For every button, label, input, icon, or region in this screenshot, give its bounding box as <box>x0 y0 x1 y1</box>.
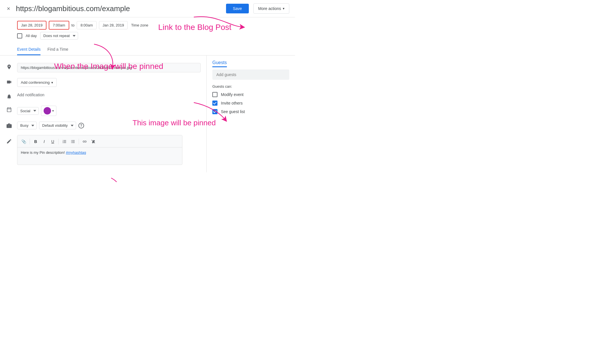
add-notification-text[interactable]: Add notification <box>17 93 44 97</box>
options-row: All day Does not repeat <box>0 31 295 44</box>
invite-others-label: Invite others <box>221 101 243 105</box>
app-container: × Save More actions ▾ Jan 28, 2019 7:00a… <box>0 0 295 172</box>
guests-title: Guests <box>212 60 227 67</box>
tab-event-details[interactable]: Event Details <box>17 44 40 55</box>
link-button[interactable] <box>81 138 89 146</box>
unordered-list-button[interactable] <box>69 138 77 146</box>
underline-button[interactable]: U <box>49 138 57 146</box>
editor-area: 📎 B I U <box>17 135 182 165</box>
description-icon <box>6 138 13 145</box>
see-guest-list-checkbox[interactable] <box>212 109 217 114</box>
location-input[interactable] <box>17 63 201 72</box>
main-area: Add conferencing ▾ Add notification <box>0 56 295 172</box>
header: × Save More actions ▾ <box>0 0 295 17</box>
tabs-container: Event Details Find a Time <box>0 44 295 56</box>
see-guest-list-label: See guest list <box>221 109 245 114</box>
status-options-row: Busy Default visibility ? <box>17 122 201 129</box>
italic-button[interactable]: I <box>40 138 48 146</box>
editor-toolbar: 📎 B I U <box>17 135 182 148</box>
end-time-button[interactable]: 8:00am <box>77 21 96 29</box>
location-row <box>0 60 206 75</box>
description-text: Here is my Pin description! <box>21 150 66 155</box>
calendar-select[interactable]: Social <box>17 107 39 115</box>
allday-label: All day <box>26 34 37 38</box>
help-icon[interactable]: ? <box>78 123 84 128</box>
conferencing-chevron-icon: ▾ <box>51 81 53 85</box>
chevron-down-icon: ▾ <box>283 7 284 11</box>
ordered-list-button[interactable] <box>60 138 68 146</box>
notification-content: Add notification <box>17 93 201 97</box>
timezone-button[interactable]: Time zone <box>130 21 149 29</box>
close-button[interactable]: × <box>6 5 11 13</box>
event-title-input[interactable] <box>16 4 221 13</box>
guest-option-see-list: See guest list <box>212 109 289 114</box>
calendar-row: Social ▾ <box>0 103 206 119</box>
modify-event-label: Modify event <box>221 92 243 97</box>
description-content: 📎 B I U <box>17 135 182 165</box>
briefcase-icon <box>6 122 13 129</box>
modify-event-checkbox[interactable] <box>212 92 217 97</box>
guest-option-invite: Invite others <box>212 101 289 106</box>
clear-format-button[interactable] <box>89 138 97 146</box>
allday-checkbox[interactable] <box>17 33 22 38</box>
event-details-panel: Add conferencing ▾ Add notification <box>0 56 207 172</box>
description-row: 📎 B I U <box>0 132 206 168</box>
toolbar-separator-3 <box>79 139 79 144</box>
repeat-select[interactable]: Does not repeat <box>40 32 78 40</box>
conferencing-content: Add conferencing ▾ <box>17 78 201 87</box>
more-actions-button[interactable]: More actions ▾ <box>253 3 289 14</box>
toolbar-separator-1 <box>30 139 30 144</box>
calendar-options-row: Social ▾ <box>17 106 201 116</box>
datetime-row: Jan 28, 2019 7:00am to 8:00am Jan 28, 20… <box>0 17 295 31</box>
end-date-button[interactable]: Jan 28, 2019 <box>99 21 128 29</box>
save-button[interactable]: Save <box>226 4 249 13</box>
hashtag-text: #myhashtag <box>66 150 86 155</box>
more-actions-label: More actions <box>258 6 281 11</box>
color-chevron-icon: ▾ <box>52 109 54 113</box>
toolbar-separator-2 <box>58 139 59 144</box>
calendar-content: Social ▾ <box>17 106 201 116</box>
time-separator: to <box>72 23 75 27</box>
color-circle <box>44 107 51 114</box>
visibility-select[interactable]: Default visibility <box>39 122 76 129</box>
guest-option-modify: Modify event <box>212 92 289 97</box>
color-selector-button[interactable]: ▾ <box>41 106 56 116</box>
add-guests-input[interactable] <box>212 69 289 80</box>
bell-icon <box>6 93 13 100</box>
bold-button[interactable]: B <box>32 138 40 146</box>
editor-content[interactable]: Here is my Pin description! #myhashtag <box>17 148 182 165</box>
invite-others-checkbox[interactable] <box>212 101 217 106</box>
add-conferencing-button[interactable]: Add conferencing ▾ <box>17 78 57 87</box>
guests-sidebar: Guests Guests can: Modify event Invite o… <box>207 56 295 172</box>
tab-find-time[interactable]: Find a Time <box>47 44 68 55</box>
conferencing-label: Add conferencing <box>21 80 50 85</box>
notification-row: Add notification <box>0 90 206 103</box>
status-select[interactable]: Busy <box>17 122 37 129</box>
attach-button[interactable]: 📎 <box>20 138 28 146</box>
guests-can-label: Guests can: <box>212 84 289 89</box>
status-content: Busy Default visibility ? <box>17 122 201 129</box>
start-date-button[interactable]: Jan 28, 2019 <box>17 21 46 30</box>
start-time-button[interactable]: 7:00am <box>49 21 69 30</box>
video-icon <box>6 79 13 85</box>
conferencing-row: Add conferencing ▾ <box>0 75 206 90</box>
calendar-icon <box>6 106 13 113</box>
location-content <box>17 63 201 72</box>
status-row: Busy Default visibility ? <box>0 119 206 132</box>
location-icon <box>6 64 13 70</box>
